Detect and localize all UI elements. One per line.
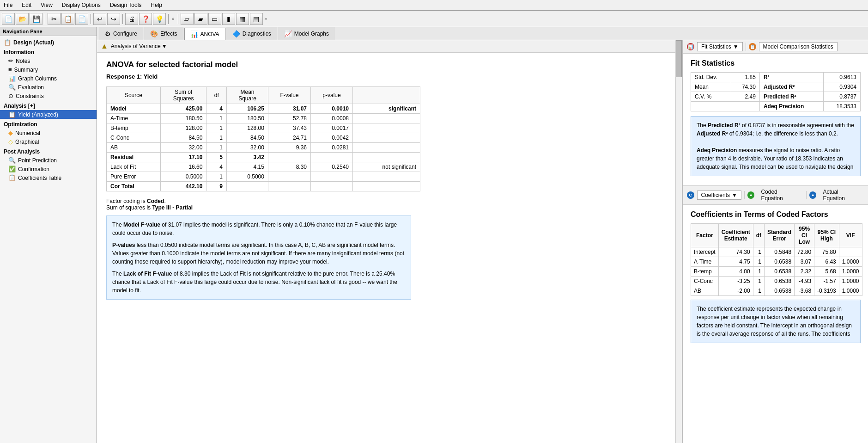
tab-anova[interactable]: 📊 ANOVA (184, 28, 225, 40)
menu-view[interactable]: View (39, 1, 55, 9)
numerical-icon: ◆ (8, 129, 13, 136)
note-para-1: The Model F-value of 31.07 implies the m… (112, 221, 405, 237)
sidebar-item-point-prediction[interactable]: 🔍 Point Prediction (0, 156, 97, 165)
sidebar-item-coefficients-table[interactable]: 📋 Coefficients Table (0, 173, 97, 182)
toolbar-print[interactable]: 🖨 (125, 13, 138, 25)
menu-display-options[interactable]: Display Options (60, 1, 103, 9)
toolbar-sep-1 (45, 14, 45, 24)
anova-fval-cell: 37.43 (268, 123, 310, 133)
anova-note-cell (353, 143, 420, 153)
model-comparison-tab[interactable]: Model Comparison Statistics (759, 42, 838, 51)
anova-title: ANOVA for selected factorial model (106, 60, 673, 69)
toolbar-shape4[interactable]: ▮ (222, 13, 235, 25)
anova-df-cell: 1 (206, 143, 227, 153)
analysis-variance-dropdown[interactable]: Analysis of Variance ▼ (111, 43, 167, 49)
toolbar-cut[interactable]: ✂ (48, 13, 61, 25)
tab-model-graphs[interactable]: 📈 Model Graphs (278, 27, 335, 40)
menu-file[interactable]: File (2, 1, 14, 9)
scroll-thumb[interactable] (676, 40, 682, 77)
effects-tab-icon: 🎨 (150, 30, 158, 37)
notes-icon: ✏ (8, 57, 13, 64)
toolbar-shape3[interactable]: ▭ (208, 13, 221, 25)
toolbar-new[interactable]: 📄 (2, 13, 15, 25)
fit-label2-cell: Predicted R² (759, 92, 823, 102)
anova-table: Source Sum ofSquares df MeanSquare F-val… (106, 86, 420, 191)
toolbar: 📄 📂 💾 ✂ 📋 📄 ↩ ↪ 🖨 ❓ 💡 » ▱ ▰ ▭ ▮ ▦ ▤ » (0, 11, 868, 27)
toolbar-undo[interactable]: ↩ (93, 13, 106, 25)
col-note (353, 87, 420, 104)
sidebar-item-graphical[interactable]: ◇ Graphical (0, 137, 97, 146)
toolbar-shape2[interactable]: ▰ (194, 13, 207, 25)
coeff-factor-cell: Intercept (691, 247, 719, 257)
coeff-stderr-cell: 0.6538 (765, 277, 795, 286)
coeff-tab[interactable]: Coefficients ▼ (697, 191, 741, 200)
toolbar-shape1[interactable]: ▱ (181, 13, 194, 25)
toolbar-shape5[interactable]: ▦ (236, 13, 249, 25)
anova-df-cell: 1 (206, 133, 227, 143)
anova-df-cell: 9 (206, 182, 227, 191)
coeff-divider-2 (806, 191, 807, 199)
anova-pval-cell: 0.0010 (311, 104, 353, 114)
summary-icon: ≡ (8, 66, 12, 73)
tab-effects[interactable]: 🎨 Effects (144, 27, 183, 40)
fit-stats-tab[interactable]: Fit Statistics ▼ (697, 42, 743, 51)
anova-df-cell: 4 (206, 162, 227, 172)
sidebar-item-yield[interactable]: 📋 Yield (Analyzed) (0, 110, 97, 119)
coeff-vif-cell: 1.0000 (839, 257, 862, 267)
coeff-estimate-cell: 74.30 (718, 247, 753, 257)
menu-design-tools[interactable]: Design Tools (108, 1, 143, 9)
sidebar-item-evaluation[interactable]: 🔍 Evaluation (0, 83, 97, 92)
menu-edit[interactable]: Edit (20, 1, 33, 9)
toolbar-copy[interactable]: 📋 (61, 13, 74, 25)
anova-meansq-cell: 84.50 (227, 133, 268, 143)
note-para-3: The Lack of Fit F-value of 8.30 implies … (112, 270, 405, 295)
nav-pane: Navigation Pane 📋 Design (Actual) Inform… (0, 27, 97, 443)
toolbar-save[interactable]: 💾 (30, 13, 42, 25)
anova-sumsq-cell: 84.50 (160, 133, 206, 143)
toolbar-open[interactable]: 📂 (16, 13, 29, 25)
toolbar-tips[interactable]: 💡 (153, 13, 166, 25)
toolbar-help[interactable]: ❓ (139, 13, 152, 25)
app-container: File Edit View Display Options Design To… (0, 0, 868, 443)
anova-meansq-cell (227, 182, 268, 191)
fit-value2-cell: 0.9304 (824, 82, 861, 92)
nav-design-actual[interactable]: 📋 Design (Actual) (0, 36, 97, 47)
anova-sumsq-cell: 425.00 (160, 104, 206, 114)
sidebar-item-summary[interactable]: ≡ Summary (0, 65, 97, 74)
anova-note-cell (353, 114, 420, 123)
toolbar-more-icon2: » (264, 16, 268, 21)
coded-equation-btn[interactable]: Coded Equation (757, 188, 803, 203)
anova-source-cell: Residual (107, 153, 161, 162)
coeff-cihigh-cell: 5.68 (814, 267, 839, 277)
anova-source-cell: Model (107, 104, 161, 114)
actual-equation-btn[interactable]: Actual Equation (819, 188, 864, 203)
anova-note-cell (353, 153, 420, 162)
fit-value2-cell: 0.8737 (824, 92, 861, 102)
toolbar-redo[interactable]: ↪ (107, 13, 120, 25)
tab-diagnostics[interactable]: 🔷 Diagnostics (226, 27, 277, 40)
anova-meansq-cell: 3.42 (227, 153, 268, 162)
coeff-vif-cell (839, 247, 862, 257)
sidebar-item-notes[interactable]: ✏ Notes (0, 56, 97, 65)
dropdown-arrow-icon: ▼ (162, 43, 167, 49)
coeff-col-vif: VIF (839, 224, 862, 247)
sidebar-item-numerical[interactable]: ◆ Numerical (0, 129, 97, 137)
sidebar-item-graph-columns[interactable]: 📊 Graph Columns (0, 74, 97, 83)
scroll-track[interactable] (675, 40, 682, 443)
anova-source-cell: Pure Error (107, 172, 161, 182)
coeff-col-ci-high: 95% CIHigh (814, 224, 839, 247)
anova-sumsq-cell: 180.50 (160, 114, 206, 123)
coeff-cilow-cell: -3.68 (795, 286, 814, 296)
coeff-factor-cell: AB (691, 286, 719, 296)
anova-source-cell: Cor Total (107, 182, 161, 191)
sidebar-item-confirmation[interactable]: ✅ Confirmation (0, 165, 97, 173)
coeff-df-cell: 1 (753, 247, 764, 257)
tab-configure[interactable]: ⚙ Configure (99, 27, 143, 40)
coeff-stderr-cell: 0.6538 (765, 257, 795, 267)
toolbar-shape6[interactable]: ▤ (250, 13, 263, 25)
coeff-factor-cell: C-Conc (691, 277, 719, 286)
menu-help[interactable]: Help (149, 1, 164, 9)
sidebar-item-constraints[interactable]: ⊙ Constraints (0, 92, 97, 100)
toolbar-paste[interactable]: 📄 (75, 13, 88, 25)
fit-label-cell: Std. Dev. (691, 73, 731, 82)
